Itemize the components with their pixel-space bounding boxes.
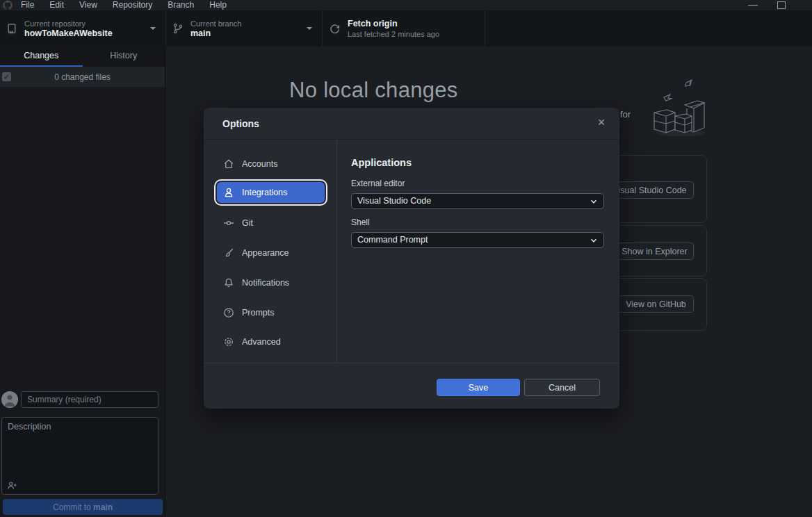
- person-icon: [223, 187, 234, 198]
- current-repository-button[interactable]: Current repository howToMakeAWebsite: [0, 10, 165, 47]
- select-all-checkbox[interactable]: ✓: [2, 72, 11, 81]
- boxes-illustration: [649, 74, 713, 143]
- dialog-title: Options: [222, 118, 259, 129]
- nav-label: Accounts: [242, 159, 277, 169]
- subtitle-fragment: for: [620, 109, 631, 120]
- description-box: [1, 417, 159, 495]
- menu-repository[interactable]: Repository: [105, 0, 160, 10]
- tab-history[interactable]: History: [83, 47, 165, 67]
- add-coauthor-icon[interactable]: [7, 480, 17, 491]
- dialog-nav-divider: [336, 140, 337, 363]
- description-input[interactable]: [2, 418, 158, 476]
- sidebar-tabs: Changes History: [0, 47, 165, 67]
- avatar: [1, 391, 18, 408]
- nav-appearance[interactable]: Appearance: [217, 243, 325, 263]
- shell-value: Command Prompt: [357, 235, 428, 245]
- menu-branch[interactable]: Branch: [160, 0, 202, 10]
- sync-icon: [329, 23, 341, 35]
- menu-view[interactable]: View: [72, 0, 105, 10]
- chevron-down-icon: [590, 197, 598, 206]
- options-dialog: Options × Accounts Integrations: [204, 108, 619, 409]
- nav-label: Git: [242, 218, 253, 228]
- toolbar: Current repository howToMakeAWebsite Cur…: [0, 10, 812, 47]
- nav-accounts[interactable]: Accounts: [217, 154, 325, 174]
- nav-prompts[interactable]: Prompts: [217, 302, 325, 323]
- window-minimize-icon[interactable]: [748, 5, 758, 6]
- repo-icon: [6, 23, 17, 34]
- current-branch-label: Current branch: [190, 19, 241, 28]
- applications-heading: Applications: [351, 157, 412, 168]
- view-on-github-button[interactable]: View on GitHub: [618, 295, 694, 313]
- github-logo-icon: [2, 0, 13, 10]
- external-editor-select[interactable]: Visual Studio Code: [351, 193, 604, 209]
- nav-label: Appearance: [242, 248, 289, 258]
- changes-sidebar: Changes History ✓ 0 changed files: [0, 47, 165, 517]
- gear-icon: [223, 336, 234, 347]
- menu-help[interactable]: Help: [202, 0, 234, 10]
- fetch-origin-button[interactable]: Fetch origin Last fetched 2 minutes ago: [323, 10, 485, 47]
- fetch-origin-subtitle: Last fetched 2 minutes ago: [348, 29, 439, 39]
- shell-select[interactable]: Command Prompt: [351, 232, 604, 248]
- nav-notifications[interactable]: Notifications: [217, 272, 325, 293]
- window-maximize-icon[interactable]: [777, 1, 786, 9]
- cancel-button[interactable]: Cancel: [524, 379, 600, 396]
- changed-files-count: 0 changed files: [0, 72, 165, 82]
- nav-label: Integrations: [242, 188, 287, 197]
- bell-icon: [223, 277, 234, 288]
- paintbrush-icon: [223, 247, 234, 258]
- github-desktop-window: File Edit View Repository Branch Help Cu…: [0, 0, 812, 517]
- question-circle-icon: [223, 307, 234, 318]
- chevron-down-icon: [150, 27, 156, 30]
- current-branch-button[interactable]: Current branch main: [166, 10, 322, 47]
- current-repository-label: Current repository: [24, 19, 113, 28]
- fetch-origin-title: Fetch origin: [348, 19, 439, 29]
- menu-file[interactable]: File: [13, 0, 42, 10]
- dialog-header: Options ×: [204, 108, 619, 140]
- nav-advanced[interactable]: Advanced: [217, 331, 325, 352]
- current-branch-value: main: [190, 28, 241, 39]
- git-branch-icon: [172, 23, 184, 34]
- toolbar-divider: [485, 10, 485, 47]
- menu-edit[interactable]: Edit: [42, 0, 72, 10]
- shell-label: Shell: [351, 218, 370, 227]
- external-editor-label: External editor: [351, 179, 405, 188]
- no-local-changes-title: No local changes: [289, 78, 458, 103]
- commit-button-prefix: Commit to: [53, 502, 93, 512]
- commit-summary-row: [0, 391, 165, 409]
- summary-input[interactable]: [21, 391, 159, 408]
- nav-integrations[interactable]: Integrations: [217, 182, 325, 203]
- commit-button[interactable]: Commit to main: [3, 499, 163, 515]
- dialog-footer: Save Cancel: [204, 363, 619, 409]
- nav-label: Notifications: [242, 278, 289, 288]
- nav-label: Prompts: [242, 308, 275, 318]
- git-commit-icon: [223, 218, 234, 229]
- changed-files-header: ✓ 0 changed files: [0, 67, 165, 87]
- home-icon: [223, 158, 234, 170]
- external-editor-value: Visual Studio Code: [357, 196, 431, 206]
- chevron-down-icon: [307, 27, 312, 30]
- nav-git[interactable]: Git: [217, 213, 325, 233]
- chevron-down-icon: [590, 236, 598, 245]
- close-icon[interactable]: ×: [594, 115, 609, 130]
- save-button[interactable]: Save: [437, 379, 520, 396]
- nav-label: Advanced: [242, 337, 281, 347]
- show-in-explorer-button[interactable]: Show in Explorer: [615, 243, 694, 260]
- current-repository-value: howToMakeAWebsite: [24, 28, 113, 39]
- tab-changes[interactable]: Changes: [0, 47, 83, 67]
- menu-bar: File Edit View Repository Branch Help: [0, 0, 812, 10]
- commit-button-branch: main: [93, 502, 113, 512]
